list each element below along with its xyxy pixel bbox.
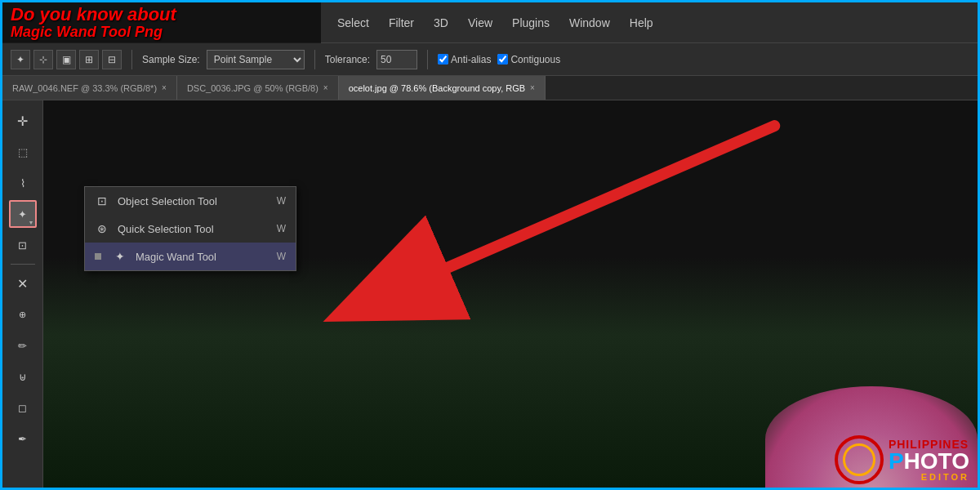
contiguous-checkbox[interactable] bbox=[497, 54, 508, 65]
contiguous-label[interactable]: Contiguous bbox=[497, 54, 560, 65]
brand-photo: PHOTO bbox=[889, 451, 969, 471]
tab-0[interactable]: RAW_0046.NEF @ 33.3% (RGB/8*) × bbox=[2, 76, 177, 100]
canvas-area: ⊡ Object Selection Tool W ⊛ Quick Select… bbox=[43, 100, 978, 490]
tool-wand[interactable]: ✦ ▼ bbox=[9, 200, 37, 228]
flyout-item-object-selection[interactable]: ⊡ Object Selection Tool W bbox=[85, 187, 296, 215]
tab-2[interactable]: ocelot.jpg @ 78.6% (Background copy, RGB… bbox=[339, 76, 546, 100]
tool-healing[interactable]: ⊕ bbox=[9, 301, 37, 328]
quick-selection-icon: ⊛ bbox=[95, 221, 109, 236]
menu-plugins[interactable]: Plugins bbox=[504, 13, 558, 33]
tool-lasso[interactable]: ⌇ bbox=[9, 169, 37, 197]
menu-window[interactable]: Window bbox=[561, 13, 618, 33]
title-line1: Do you know about bbox=[11, 5, 321, 24]
tab-1-label: DSC_0036.JPG @ 50% (RGB/8) bbox=[187, 83, 318, 93]
flyout-label-quick-selection: Quick Selection Tool bbox=[118, 223, 214, 235]
tolerance-label: Tolerance: bbox=[325, 54, 370, 65]
toolbar-icon-5[interactable]: ⊟ bbox=[102, 50, 122, 69]
tab-2-label: ocelot.jpg @ 78.6% (Background copy, RGB bbox=[349, 83, 525, 93]
flyout-shortcut-2: W bbox=[277, 251, 286, 262]
flyout-item-quick-selection[interactable]: ⊛ Quick Selection Tool W bbox=[85, 215, 296, 243]
toolbar-divider-1 bbox=[131, 50, 132, 69]
anti-alias-text: Anti-alias bbox=[451, 54, 491, 65]
tool-flyout-menu: ⊡ Object Selection Tool W ⊛ Quick Select… bbox=[84, 186, 296, 271]
menu-help[interactable]: Help bbox=[621, 13, 662, 33]
menu-bar: Do you know about Magic Wand Tool Png Se… bbox=[2, 2, 978, 43]
brand-circle bbox=[835, 435, 884, 484]
toolbar-divider-3 bbox=[427, 50, 428, 69]
toolbar-icons: ✦ ⊹ ▣ ⊞ ⊟ bbox=[11, 50, 122, 69]
menu-3d[interactable]: 3D bbox=[425, 13, 457, 33]
magic-wand-icon: ✦ bbox=[113, 249, 127, 264]
tool-crop[interactable]: ⊡ bbox=[9, 231, 37, 259]
tool-brush[interactable]: ✏ bbox=[9, 332, 37, 359]
tool-eyedrop[interactable]: ✕ bbox=[9, 270, 37, 297]
sample-size-label: Sample Size: bbox=[142, 54, 200, 65]
tabs-bar: RAW_0046.NEF @ 33.3% (RGB/8*) × DSC_0036… bbox=[2, 76, 978, 100]
toolbar-icon-2[interactable]: ⊹ bbox=[33, 50, 53, 69]
toolbar-icon-3[interactable]: ▣ bbox=[56, 50, 76, 69]
tab-1[interactable]: DSC_0036.JPG @ 50% (RGB/8) × bbox=[177, 76, 339, 100]
anti-alias-checkbox[interactable] bbox=[438, 54, 448, 65]
object-selection-icon: ⊡ bbox=[95, 194, 109, 208]
tool-eraser[interactable]: ◻ bbox=[9, 394, 37, 421]
contiguous-text: Contiguous bbox=[510, 54, 560, 65]
tolerance-input[interactable] bbox=[376, 50, 417, 69]
menu-filter[interactable]: Filter bbox=[381, 13, 422, 33]
brand-inner-circle bbox=[843, 443, 875, 476]
main-area: ✛ ⬚ ⌇ ✦ ▼ ⊡ ✕ ⊕ ✏ ⊎ ◻ ✒ ⊡ Object Select bbox=[2, 100, 978, 490]
title-overlay: Do you know about Magic Wand Tool Png bbox=[2, 2, 321, 43]
tab-0-close[interactable]: × bbox=[162, 83, 167, 92]
toolbar-icon-1[interactable]: ✦ bbox=[11, 50, 30, 69]
flyout-item-wand-left: ✦ Magic Wand Tool bbox=[95, 249, 216, 264]
tab-2-close[interactable]: × bbox=[530, 83, 535, 92]
brand-hoto: HOTO bbox=[904, 448, 969, 474]
tool-stamp[interactable]: ⊎ bbox=[9, 363, 37, 390]
tool-select-rect[interactable]: ⬚ bbox=[9, 138, 37, 166]
brand-p-letter: P bbox=[889, 448, 904, 474]
tool-move[interactable]: ✛ bbox=[9, 107, 37, 135]
tab-1-close[interactable]: × bbox=[323, 83, 328, 92]
menu-select[interactable]: Select bbox=[329, 13, 377, 33]
tool-divider-1 bbox=[11, 264, 35, 265]
flyout-shortcut-0: W bbox=[277, 195, 286, 207]
toolbar-icon-4[interactable]: ⊞ bbox=[79, 50, 99, 69]
flyout-shortcut-1: W bbox=[277, 223, 286, 234]
flyout-label-magic-wand: Magic Wand Tool bbox=[136, 251, 216, 263]
flyout-item-magic-wand[interactable]: ✦ Magic Wand Tool W bbox=[85, 243, 296, 270]
sample-size-select[interactable]: Point Sample 3 by 3 Average 5 by 5 Avera… bbox=[207, 50, 305, 69]
toolbar-divider-2 bbox=[314, 50, 315, 69]
menu-items: Select Filter 3D View Plugins Window Hel… bbox=[329, 13, 662, 33]
flyout-item-quick-left: ⊛ Quick Selection Tool bbox=[95, 221, 214, 236]
menu-view[interactable]: View bbox=[460, 13, 501, 33]
toolbar: ✦ ⊹ ▣ ⊞ ⊟ Sample Size: Point Sample 3 by… bbox=[2, 43, 978, 76]
left-panel: ✛ ⬚ ⌇ ✦ ▼ ⊡ ✕ ⊕ ✏ ⊎ ◻ ✒ bbox=[2, 100, 43, 490]
flyout-label-object-selection: Object Selection Tool bbox=[118, 195, 217, 207]
brand-editor: EDITOR bbox=[921, 472, 969, 482]
brand-logo: PHILIPPINES PHOTO EDITOR bbox=[835, 435, 969, 484]
canvas-background bbox=[43, 100, 978, 490]
tab-0-label: RAW_0046.NEF @ 33.3% (RGB/8*) bbox=[12, 83, 157, 93]
flyout-item-object-left: ⊡ Object Selection Tool bbox=[95, 194, 217, 208]
anti-alias-label[interactable]: Anti-alias bbox=[438, 54, 491, 65]
brand-text: PHILIPPINES PHOTO EDITOR bbox=[889, 438, 969, 481]
selected-indicator bbox=[95, 253, 101, 260]
title-line2: Magic Wand Tool Png bbox=[11, 24, 321, 41]
tool-pen[interactable]: ✒ bbox=[9, 425, 37, 452]
